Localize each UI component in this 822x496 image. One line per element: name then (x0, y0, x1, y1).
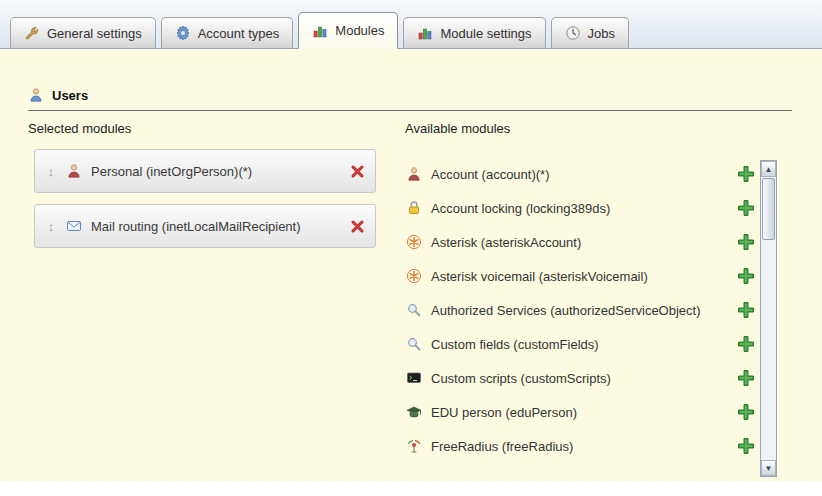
available-module-label: EDU person (eduPerson) (431, 405, 729, 420)
scrollbar-down-button[interactable]: ▼ (761, 460, 776, 476)
scrollbar[interactable]: ▲ ▼ (760, 160, 777, 477)
wrench-icon (24, 25, 40, 41)
tab-label: Jobs (588, 26, 615, 41)
add-module-button[interactable] (738, 200, 754, 216)
add-module-button[interactable] (738, 268, 754, 284)
selected-modules-heading: Selected modules (28, 121, 131, 136)
drag-handle-icon[interactable]: ↕ (45, 219, 57, 234)
tab-list: General settingsAccount typesModulesModu… (0, 0, 822, 48)
scrollbar-track[interactable] (761, 177, 776, 460)
available-module-row: Asterisk voicemail (asteriskVoicemail) (406, 259, 754, 293)
remove-module-button[interactable] (350, 164, 365, 179)
tab-label: General settings (47, 26, 142, 41)
available-module-label: Account locking (locking389ds) (431, 201, 729, 216)
available-module-row: Custom fields (customFields) (406, 327, 754, 361)
available-module-label: Asterisk voicemail (asteriskVoicemail) (431, 269, 729, 284)
selected-modules-list: ↕Personal (inetOrgPerson)(*)↕Mail routin… (34, 149, 376, 259)
selected-module-label: Personal (inetOrgPerson)(*) (91, 164, 341, 179)
scrollbar-up-button[interactable]: ▲ (761, 161, 776, 177)
asterisk-icon (406, 268, 422, 284)
terminal-icon (406, 370, 422, 386)
available-module-row: FreeRadius (freeRadius) (406, 429, 754, 463)
available-modules-list: Account (account)(*)Account locking (loc… (406, 157, 754, 463)
magnifier-icon (406, 302, 422, 318)
available-modules-heading: Available modules (405, 121, 510, 136)
graduation-icon (406, 404, 422, 420)
users-section-title: Users (52, 88, 88, 103)
antenna-icon (406, 438, 422, 454)
tab-jobs[interactable]: Jobs (551, 17, 629, 48)
clock-icon (565, 25, 581, 41)
person-icon (406, 166, 422, 182)
available-module-label: Asterisk (asteriskAccount) (431, 235, 729, 250)
tab-bar: General settingsAccount typesModulesModu… (0, 0, 822, 49)
account-types-icon (175, 25, 191, 41)
tab-account-types[interactable]: Account types (161, 17, 294, 48)
add-module-button[interactable] (738, 234, 754, 250)
available-module-row: EDU person (eduPerson) (406, 395, 754, 429)
magnifier-icon (406, 336, 422, 352)
available-module-label: FreeRadius (freeRadius) (431, 439, 729, 454)
available-module-label: Authorized Services (authorizedServiceOb… (431, 303, 729, 318)
add-module-button[interactable] (738, 166, 754, 182)
selected-module-item: ↕Personal (inetOrgPerson)(*) (34, 149, 376, 193)
available-module-row: Account locking (locking389ds) (406, 191, 754, 225)
asterisk-icon (406, 234, 422, 250)
users-section-header: Users (28, 87, 792, 111)
tab-modules[interactable]: Modules (298, 12, 398, 49)
add-module-button[interactable] (738, 404, 754, 420)
selected-module-label: Mail routing (inetLocalMailRecipient) (91, 219, 341, 234)
tab-general-settings[interactable]: General settings (10, 17, 156, 48)
add-module-button[interactable] (738, 336, 754, 352)
tab-label: Modules (335, 23, 384, 38)
add-module-button[interactable] (738, 370, 754, 386)
available-module-row: Custom scripts (customScripts) (406, 361, 754, 395)
add-module-button[interactable] (738, 302, 754, 318)
content-panel: Users Selected modules Available modules… (0, 49, 822, 481)
modules-icon (312, 23, 328, 39)
drag-handle-icon[interactable]: ↕ (45, 164, 57, 179)
available-module-label: Account (account)(*) (431, 167, 729, 182)
mail-icon (66, 218, 82, 234)
available-module-label: Custom fields (customFields) (431, 337, 729, 352)
module-settings-icon (417, 25, 433, 41)
lam-configuration-window: General settingsAccount typesModulesModu… (0, 0, 822, 496)
scrollbar-thumb[interactable] (762, 178, 775, 240)
person-icon (66, 163, 82, 179)
remove-module-button[interactable] (350, 219, 365, 234)
available-module-row: Authorized Services (authorizedServiceOb… (406, 293, 754, 327)
add-module-button[interactable] (738, 438, 754, 454)
tab-label: Account types (198, 26, 280, 41)
available-module-row: Account (account)(*) (406, 157, 754, 191)
user-icon (28, 87, 44, 103)
lock-icon (406, 200, 422, 216)
tab-module-settings[interactable]: Module settings (403, 17, 545, 48)
available-module-label: Custom scripts (customScripts) (431, 371, 729, 386)
selected-module-item: ↕Mail routing (inetLocalMailRecipient) (34, 204, 376, 248)
available-module-row: Asterisk (asteriskAccount) (406, 225, 754, 259)
tab-label: Module settings (440, 26, 531, 41)
